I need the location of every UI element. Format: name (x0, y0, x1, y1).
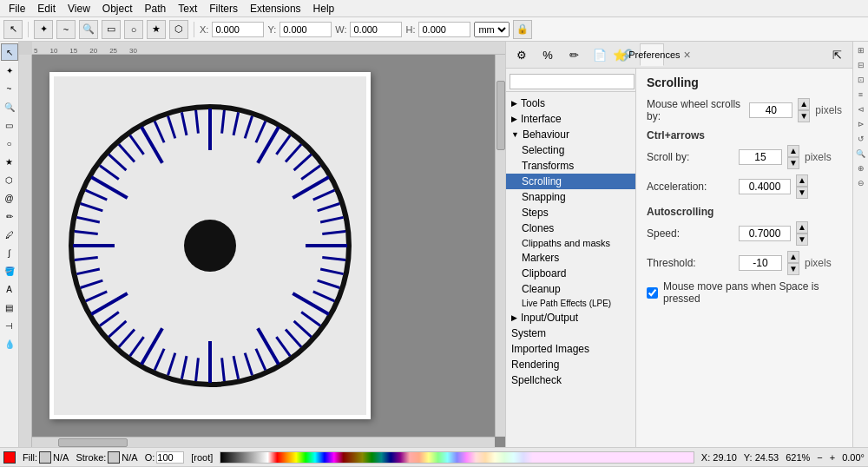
tool-circle[interactable]: ○ (1, 135, 18, 152)
prefs-tab-tools[interactable]: ✏ (562, 43, 586, 66)
tool-select[interactable]: ↖ (1, 43, 18, 61)
right-btn-2[interactable]: ⊟ (854, 58, 868, 72)
vscroll-thumb[interactable] (496, 81, 505, 150)
right-btn-10[interactable]: ⊖ (854, 176, 868, 190)
tool-text[interactable]: A (1, 280, 18, 298)
h-input[interactable] (418, 22, 470, 37)
tree-item-snapping[interactable]: Snapping (506, 189, 635, 205)
tool-gradient[interactable]: ▤ (1, 299, 18, 316)
threshold-up[interactable]: ▲ (787, 251, 799, 263)
tree-item-clones[interactable]: Clones (506, 220, 635, 236)
tool-3d[interactable]: ⬡ (1, 171, 18, 188)
menu-file[interactable]: File (3, 1, 30, 16)
speed-input[interactable] (739, 226, 791, 241)
tool-dropper[interactable]: 💧 (1, 335, 18, 352)
x-input[interactable] (212, 22, 264, 37)
toolbar-select[interactable]: ↖ (3, 20, 23, 39)
w-input[interactable] (350, 22, 402, 37)
prefs-tab-page[interactable]: 📄 (588, 43, 612, 66)
right-btn-9[interactable]: ⊕ (854, 161, 868, 175)
vertical-scrollbar[interactable] (495, 55, 505, 437)
tree-item-behaviour[interactable]: ▼ Behaviour (506, 127, 635, 142)
prefs-expand-btn[interactable]: ⇱ (825, 43, 849, 66)
mouse-wheel-down[interactable]: ▼ (798, 110, 810, 122)
opacity-input[interactable] (156, 451, 184, 464)
tool-spiral[interactable]: @ (1, 189, 18, 207)
scroll-by-down[interactable]: ▼ (787, 157, 799, 169)
toolbar-circle[interactable]: ○ (124, 20, 143, 39)
menu-view[interactable]: View (62, 1, 95, 16)
y-input[interactable] (279, 22, 332, 37)
tree-item-scrolling[interactable]: Scrolling (506, 174, 635, 189)
right-btn-3[interactable]: ⊡ (854, 73, 868, 87)
threshold-down[interactable]: ▼ (787, 263, 799, 275)
tree-item-transforms[interactable]: Transforms (506, 158, 635, 174)
tree-item-system[interactable]: System (506, 326, 635, 341)
tool-calligraphy[interactable]: ∫ (1, 244, 18, 261)
color-indicator[interactable] (3, 451, 16, 464)
tool-star[interactable]: ★ (1, 153, 18, 170)
toolbar-node[interactable]: ✦ (34, 20, 53, 39)
tree-item-markers[interactable]: Markers (506, 250, 635, 266)
speed-up[interactable]: ▲ (796, 221, 808, 234)
toolbar-star[interactable]: ★ (147, 20, 166, 39)
tree-item-spellcheck[interactable]: Spellcheck (506, 372, 635, 388)
threshold-input[interactable] (739, 255, 782, 271)
menu-extensions[interactable]: Extensions (245, 1, 306, 16)
menu-text[interactable]: Text (173, 1, 202, 16)
acceleration-down[interactable]: ▼ (796, 187, 808, 199)
tool-tweak[interactable]: ~ (1, 80, 18, 97)
tool-pen[interactable]: 🖊 (1, 226, 18, 243)
tree-item-cleanup[interactable]: Cleanup (506, 281, 635, 297)
menu-edit[interactable]: Edit (32, 1, 61, 16)
tree-item-io[interactable]: ▶ Input/Output (506, 310, 635, 326)
tree-item-clippaths[interactable]: Clippaths and masks (506, 236, 635, 250)
lock-ratio[interactable]: 🔒 (513, 20, 532, 39)
toolbar-zoom-tool[interactable]: 🔍 (79, 20, 98, 39)
tree-item-imported[interactable]: Imported Images (506, 341, 635, 357)
right-btn-1[interactable]: ⊞ (854, 43, 868, 57)
tool-node[interactable]: ✦ (1, 62, 18, 79)
right-btn-7[interactable]: ↺ (854, 132, 868, 146)
menu-filters[interactable]: Filters (204, 1, 243, 16)
tree-search-input[interactable] (510, 74, 635, 89)
tree-item-selecting[interactable]: Selecting (506, 142, 635, 158)
right-btn-6[interactable]: ⊳ (854, 117, 868, 131)
horizontal-scrollbar[interactable] (32, 437, 495, 447)
tool-rect[interactable]: ▭ (1, 116, 18, 134)
zoom-in-btn[interactable]: + (830, 452, 835, 463)
tree-item-tools[interactable]: ▶ Tools (506, 95, 635, 111)
toolbar-rect[interactable]: ▭ (102, 20, 121, 39)
unit-select[interactable]: mmpxinpt (474, 22, 510, 37)
menu-path[interactable]: Path (140, 1, 172, 16)
toolbar-tweak[interactable]: ~ (56, 20, 76, 39)
acceleration-up[interactable]: ▲ (796, 174, 808, 187)
space-pan-checkbox[interactable] (647, 287, 658, 299)
scroll-by-input[interactable] (739, 149, 782, 165)
menu-help[interactable]: Help (308, 1, 340, 16)
toolbar-3d[interactable]: ⬡ (169, 20, 188, 39)
tree-item-rendering[interactable]: Rendering (506, 357, 635, 372)
tool-pencil[interactable]: ✏ (1, 207, 18, 225)
prefs-close-btn[interactable]: × (684, 48, 691, 62)
speed-down[interactable]: ▼ (796, 234, 808, 246)
tool-connector[interactable]: ⊣ (1, 317, 18, 334)
menu-object[interactable]: Object (97, 1, 138, 16)
tool-bucket[interactable]: 🪣 (1, 262, 18, 280)
mouse-wheel-input[interactable] (749, 102, 792, 118)
scroll-by-up[interactable]: ▲ (787, 145, 799, 157)
color-palette[interactable] (220, 451, 694, 464)
right-btn-4[interactable]: ≡ (854, 88, 868, 102)
right-btn-5[interactable]: ⊲ (854, 102, 868, 116)
hscroll-thumb[interactable] (58, 438, 128, 447)
acceleration-input[interactable] (739, 179, 791, 194)
right-btn-8[interactable]: 🔍 (854, 147, 868, 161)
tree-item-clipboard[interactable]: Clipboard (506, 266, 635, 281)
prefs-tab-doc[interactable]: ⚙ (510, 43, 534, 66)
tree-item-steps[interactable]: Steps (506, 205, 635, 220)
tool-zoom[interactable]: 🔍 (1, 98, 18, 115)
zoom-out-btn[interactable]: − (817, 452, 822, 463)
mouse-wheel-up[interactable]: ▲ (798, 98, 810, 110)
prefs-tab-main[interactable]: ⭐ Preferences × (640, 43, 664, 66)
prefs-tab-snap[interactable]: % (536, 43, 560, 66)
